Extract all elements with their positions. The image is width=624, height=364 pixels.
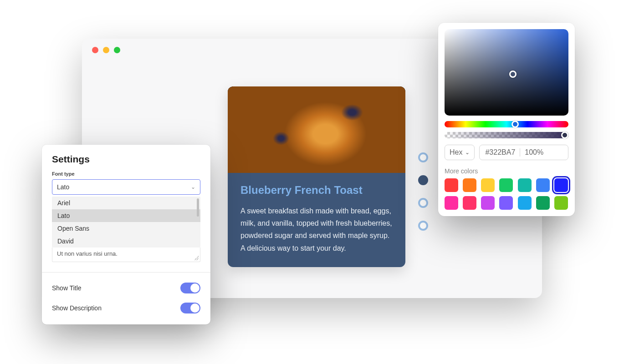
font-sample-text[interactable]: Ut non varius nisi urna.	[52, 248, 200, 262]
carousel-dot-3[interactable]	[418, 198, 428, 208]
resize-handle-icon[interactable]	[194, 256, 199, 260]
show-description-toggle[interactable]	[180, 303, 200, 313]
show-description-label: Show Description	[52, 304, 102, 312]
more-colors-label: More colors	[445, 167, 568, 175]
recipe-card: Blueberry French Toast A sweet breakfast…	[228, 86, 405, 267]
swatches-grid	[445, 178, 568, 210]
settings-divider	[42, 272, 210, 273]
chevron-down-icon: ⌄	[191, 184, 195, 190]
recipe-title: Blueberry French Toast	[240, 184, 393, 197]
settings-panel: Settings Font type Lato ⌄ Ariel Lato Ope…	[42, 145, 210, 324]
font-option-open-sans[interactable]: Open Sans	[52, 222, 200, 235]
font-type-label: Font type	[52, 171, 200, 177]
swatch-13[interactable]	[554, 196, 568, 210]
carousel-dot-2[interactable]	[418, 175, 428, 185]
settings-title: Settings	[52, 154, 200, 165]
swatch-9[interactable]	[481, 196, 495, 210]
swatch-3[interactable]	[499, 178, 513, 192]
value-separator	[520, 148, 520, 157]
color-format-value: Hex	[450, 148, 462, 157]
show-title-row: Show Title	[52, 278, 200, 298]
carousel-dot-1[interactable]	[418, 152, 428, 162]
sv-thumb[interactable]	[509, 71, 517, 78]
hue-slider[interactable]	[445, 121, 568, 127]
font-select[interactable]: Lato ⌄	[52, 179, 200, 195]
swatch-5[interactable]	[536, 178, 550, 192]
color-value-box: #322BA7 100%	[479, 145, 568, 160]
swatch-4[interactable]	[518, 178, 532, 192]
hex-value-input[interactable]: #322BA7	[485, 148, 515, 157]
font-dropdown: Ariel Lato Open Sans David	[52, 197, 200, 248]
carousel-dot-4[interactable]	[418, 221, 428, 231]
font-option-lato[interactable]: Lato	[52, 209, 200, 222]
swatch-0[interactable]	[445, 178, 458, 192]
dropdown-scrollbar[interactable]	[197, 198, 199, 217]
swatch-2[interactable]	[481, 178, 495, 192]
show-title-label: Show Title	[52, 284, 82, 292]
show-title-toggle[interactable]	[180, 283, 200, 293]
saturation-value-area[interactable]	[445, 29, 568, 116]
hue-thumb[interactable]	[511, 121, 519, 128]
window-zoom-dot[interactable]	[114, 47, 120, 53]
recipe-body: Blueberry French Toast A sweet breakfast…	[228, 173, 405, 267]
font-select-value: Lato	[57, 183, 69, 191]
swatch-10[interactable]	[499, 196, 513, 210]
swatch-8[interactable]	[463, 196, 476, 210]
color-picker-panel: Hex ⌄ #322BA7 100% More colors	[438, 23, 575, 216]
alpha-slider[interactable]	[445, 132, 568, 138]
carousel-dots	[418, 152, 428, 231]
font-option-ariel[interactable]: Ariel	[52, 197, 200, 209]
swatch-12[interactable]	[536, 196, 550, 210]
color-inputs-row: Hex ⌄ #322BA7 100%	[445, 145, 568, 160]
alpha-value-input[interactable]: 100%	[525, 148, 543, 157]
swatch-11[interactable]	[518, 196, 532, 210]
window-minimize-dot[interactable]	[103, 47, 109, 53]
show-description-row: Show Description	[52, 298, 200, 318]
recipe-image	[228, 86, 405, 173]
font-option-david[interactable]: David	[52, 235, 200, 248]
chevron-down-icon: ⌄	[465, 149, 470, 156]
swatch-6[interactable]	[554, 178, 568, 192]
alpha-thumb[interactable]	[561, 131, 568, 139]
swatch-7[interactable]	[445, 196, 458, 210]
swatch-1[interactable]	[463, 178, 476, 192]
color-format-select[interactable]: Hex ⌄	[445, 145, 475, 160]
recipe-description: A sweet breakfast dish made with bread, …	[240, 205, 393, 254]
window-close-dot[interactable]	[92, 47, 98, 53]
